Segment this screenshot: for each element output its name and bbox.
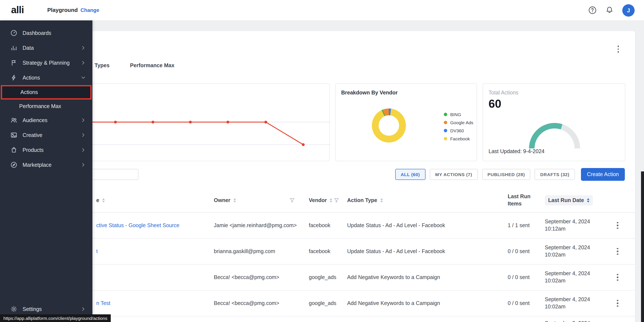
shopping-bag-icon — [10, 146, 18, 154]
chevron-right-icon — [80, 60, 86, 66]
vendor-cell: facebook — [297, 222, 342, 228]
row-overflow-menu-icon[interactable] — [615, 298, 620, 309]
total-actions-gauge — [529, 123, 580, 149]
last-run-items-cell: 0 / 0 sent — [504, 274, 545, 280]
last-run-date-cell: September 3, 2024 — [545, 317, 609, 322]
filter-my-actions-button[interactable]: MY ACTIONS (7) — [430, 169, 478, 180]
header-action-type-label: Action Type — [347, 197, 377, 203]
owner-cell: brianna.gaskill@pmg.com — [214, 248, 297, 254]
header-owner-label: Owner — [214, 197, 230, 203]
sidebar-item-label: Settings — [22, 306, 80, 312]
header-last-run-items-line2: Items — [508, 201, 522, 207]
image-icon — [10, 132, 18, 139]
sidebar-item-audiences[interactable]: Audiences — [0, 113, 92, 128]
help-icon[interactable] — [588, 6, 597, 14]
action-name-link[interactable]: ctive Status - Google Sheet Source — [96, 222, 180, 228]
owner-cell: Becca! <becca@pmg.com> — [214, 274, 297, 280]
filter-drafts-button[interactable]: DRAFTS (32) — [535, 169, 575, 180]
sidebar-item-dashboards[interactable]: Dashboards — [0, 25, 92, 40]
header-owner[interactable]: Owner — [214, 197, 297, 203]
action-name-link[interactable]: t — [96, 248, 98, 254]
chevron-right-icon — [80, 306, 86, 312]
sidebar-subitem-performance-max[interactable]: Performance Max — [0, 100, 92, 113]
vendor-cell: google_ads — [297, 300, 342, 306]
sort-last-run-date-icon[interactable] — [587, 198, 590, 203]
scrollbar-thumb[interactable] — [641, 171, 644, 322]
page-tabs: Types Performance Max — [94, 63, 174, 68]
workspace-label: Playground — [47, 7, 78, 13]
summary-charts-row: Breakdown By Vendor BING Google Ads DV36… — [81, 83, 625, 161]
dashboard-icon — [10, 29, 18, 37]
chevron-right-icon — [80, 45, 86, 51]
user-avatar[interactable]: J — [622, 4, 635, 16]
total-actions-gauge-wrap — [529, 123, 580, 149]
header-action-type[interactable]: Action Type — [342, 197, 504, 203]
breakdown-title: Breakdown By Vendor — [341, 90, 398, 96]
vendor-cell: facebook — [297, 248, 342, 254]
row-overflow-menu-icon[interactable] — [615, 220, 620, 231]
legend-dot-google-ads — [444, 121, 447, 124]
header-vendor[interactable]: Vendor — [297, 197, 342, 203]
compass-icon — [10, 161, 18, 168]
header-last-run-items: Last Run Items — [504, 193, 545, 208]
legend-dot-facebook — [444, 137, 447, 140]
sidebar-item-label: Data — [22, 45, 80, 51]
vendor-donut — [372, 109, 406, 143]
table-row: t brianna.gaskill@pmg.com facebook Updat… — [81, 239, 635, 265]
last-run-date-cell: September 4, 202410:02am — [545, 270, 609, 285]
header-last-run-date[interactable]: Last Run Date — [545, 195, 609, 205]
sidebar-item-label: Marketplace — [22, 162, 80, 168]
sidebar-item-label: Dashboards — [22, 30, 86, 36]
filter-vendor-icon[interactable] — [334, 198, 339, 203]
header-last-run-items-line1: Last Run — [508, 193, 530, 199]
last-run-date-cell: September 4, 202410:02am — [545, 244, 609, 259]
table-row-partial: September 3, 2024 — [81, 317, 635, 322]
legend-label: BING — [450, 112, 461, 117]
sidebar-item-marketplace[interactable]: Marketplace — [0, 158, 92, 172]
tab-types[interactable]: Types — [94, 63, 110, 68]
sidebar-item-data[interactable]: Data — [0, 40, 92, 55]
sidebar-subitem-actions[interactable]: Actions — [2, 86, 90, 98]
sidebar-item-label: Actions — [22, 75, 80, 81]
filter-published-button[interactable]: PUBLISHED (28) — [482, 169, 530, 180]
filter-all-button[interactable]: ALL (60) — [395, 169, 426, 180]
breakdown-by-vendor-card: Breakdown By Vendor BING Google Ads DV36… — [335, 83, 477, 161]
tab-performance-max[interactable]: Performance Max — [130, 63, 174, 68]
chevron-right-icon — [80, 132, 86, 138]
sidebar-item-products[interactable]: Products — [0, 143, 92, 158]
header-last-run-date-label: Last Run Date — [548, 197, 584, 203]
sidebar-item-creative[interactable]: Creative — [0, 128, 92, 143]
table-row: ctive Status - Google Sheet Source Jamie… — [81, 213, 635, 239]
sort-owner-icon[interactable] — [234, 198, 236, 203]
row-overflow-menu-icon[interactable] — [615, 246, 620, 257]
sort-vendor-icon[interactable] — [330, 198, 332, 203]
action-type-cell: Add Negative Keywords to a Campaign — [342, 300, 504, 306]
row-overflow-menu-icon[interactable] — [615, 272, 620, 283]
legend-label: DV360 — [450, 128, 464, 133]
chevron-right-icon — [80, 117, 86, 123]
sort-name-icon[interactable] — [102, 198, 105, 203]
notifications-bell-icon[interactable] — [605, 6, 614, 14]
header-name-label: e — [96, 197, 99, 203]
header-vendor-label: Vendor — [309, 197, 327, 203]
filter-owner-icon[interactable] — [290, 198, 295, 203]
last-run-date-cell: September 4, 202410:02am — [545, 296, 609, 311]
sidebar-item-actions[interactable]: Actions — [0, 70, 92, 85]
page-overflow-menu-icon[interactable] — [616, 44, 620, 54]
header-name[interactable]: e — [81, 197, 214, 203]
last-run-date-cell: September 4, 202410:12am — [545, 218, 609, 233]
create-action-button[interactable]: Create Action — [581, 168, 625, 181]
table-header-row: e Owner Vendor — [81, 188, 635, 213]
table-row: Becca! <becca@pmg.com> google_ads Add Ne… — [81, 265, 635, 291]
action-name-link[interactable]: n Test — [96, 300, 110, 306]
sort-action-type-icon[interactable] — [380, 198, 383, 203]
change-workspace-link[interactable]: Change — [80, 7, 99, 13]
total-actions-value: 60 — [488, 97, 501, 111]
vendor-legend: BING Google Ads DV360 Facebook — [444, 110, 474, 143]
sidebar-item-strategy-planning[interactable]: Strategy & Planning — [0, 55, 92, 70]
actions-page-card: Types Performance Max Breakdown By Vendo… — [81, 31, 635, 322]
search-input[interactable] — [85, 169, 138, 180]
vendor-legend-item: Google Ads — [444, 118, 474, 126]
sidebar-item-label: Strategy & Planning — [22, 60, 80, 66]
click-target-annotation: Actions — [1, 85, 92, 100]
